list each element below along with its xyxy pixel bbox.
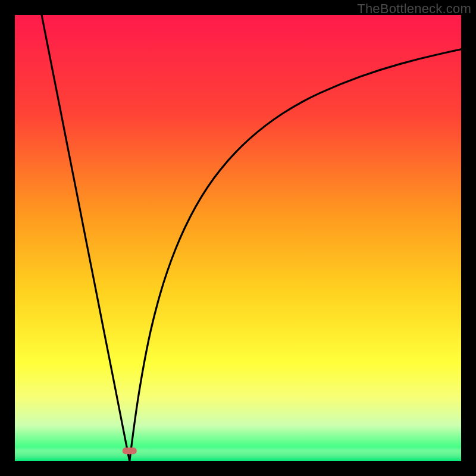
watermark-text: TheBottleneck.com [357,1,471,17]
chart-frame: TheBottleneck.com [0,0,476,476]
notch-marker [123,447,137,454]
chart-svg [15,15,461,461]
gradient-background [15,15,461,461]
bottom-green-band [15,447,461,461]
plot-area [15,15,461,461]
